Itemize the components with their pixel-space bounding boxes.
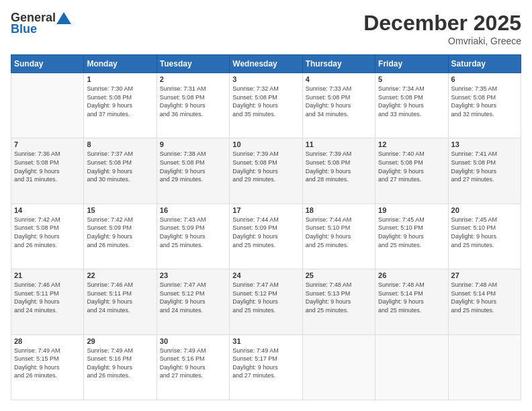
calendar-cell: 15Sunrise: 7:42 AM Sunset: 5:09 PM Dayli… [84, 203, 157, 269]
day-number: 30 [160, 337, 226, 345]
calendar-cell: 30Sunrise: 7:49 AM Sunset: 5:16 PM Dayli… [157, 334, 229, 400]
day-number: 19 [378, 206, 445, 214]
day-number: 24 [232, 271, 299, 279]
day-number: 9 [160, 140, 226, 148]
day-info: Sunrise: 7:44 AM Sunset: 5:09 PM Dayligh… [232, 216, 299, 249]
calendar-cell: 17Sunrise: 7:44 AM Sunset: 5:09 PM Dayli… [230, 203, 302, 269]
day-info: Sunrise: 7:34 AM Sunset: 5:08 PM Dayligh… [378, 85, 445, 118]
day-number: 20 [451, 206, 518, 214]
day-number: 11 [306, 140, 372, 148]
day-number: 14 [14, 206, 81, 214]
day-number: 26 [378, 271, 445, 279]
day-info: Sunrise: 7:33 AM Sunset: 5:08 PM Dayligh… [306, 85, 372, 118]
calendar-cell: 29Sunrise: 7:49 AM Sunset: 5:16 PM Dayli… [84, 334, 157, 400]
day-info: Sunrise: 7:35 AM Sunset: 5:08 PM Dayligh… [451, 85, 518, 118]
calendar-week-row: 14Sunrise: 7:42 AM Sunset: 5:08 PM Dayli… [11, 203, 521, 269]
day-number: 23 [160, 271, 226, 279]
day-number: 13 [451, 140, 518, 148]
day-info: Sunrise: 7:49 AM Sunset: 5:16 PM Dayligh… [87, 347, 153, 380]
calendar-cell: 27Sunrise: 7:48 AM Sunset: 5:14 PM Dayli… [448, 269, 521, 334]
day-info: Sunrise: 7:46 AM Sunset: 5:11 PM Dayligh… [87, 281, 153, 314]
day-info: Sunrise: 7:30 AM Sunset: 5:08 PM Dayligh… [87, 85, 153, 118]
calendar-cell: 12Sunrise: 7:40 AM Sunset: 5:08 PM Dayli… [375, 138, 448, 203]
day-info: Sunrise: 7:42 AM Sunset: 5:09 PM Dayligh… [87, 216, 153, 249]
day-number: 8 [87, 140, 153, 148]
day-number: 28 [14, 337, 81, 345]
calendar-cell: 6Sunrise: 7:35 AM Sunset: 5:08 PM Daylig… [448, 73, 521, 138]
calendar-cell: 26Sunrise: 7:48 AM Sunset: 5:14 PM Dayli… [375, 269, 448, 334]
calendar-cell: 9Sunrise: 7:38 AM Sunset: 5:08 PM Daylig… [157, 138, 229, 203]
day-info: Sunrise: 7:37 AM Sunset: 5:08 PM Dayligh… [87, 150, 153, 183]
calendar-week-row: 7Sunrise: 7:36 AM Sunset: 5:08 PM Daylig… [11, 138, 521, 203]
day-info: Sunrise: 7:49 AM Sunset: 5:17 PM Dayligh… [232, 347, 299, 380]
calendar-day-header: Wednesday [230, 55, 302, 73]
day-info: Sunrise: 7:42 AM Sunset: 5:08 PM Dayligh… [14, 216, 81, 249]
day-number: 15 [87, 206, 153, 214]
day-info: Sunrise: 7:31 AM Sunset: 5:08 PM Dayligh… [160, 85, 226, 118]
day-number: 17 [232, 206, 299, 214]
calendar-cell: 18Sunrise: 7:44 AM Sunset: 5:10 PM Dayli… [302, 203, 375, 269]
day-info: Sunrise: 7:39 AM Sunset: 5:08 PM Dayligh… [306, 150, 372, 183]
day-info: Sunrise: 7:48 AM Sunset: 5:14 PM Dayligh… [378, 281, 445, 314]
calendar-day-header: Sunday [11, 55, 84, 73]
day-number: 27 [451, 271, 518, 279]
day-info: Sunrise: 7:48 AM Sunset: 5:13 PM Dayligh… [306, 281, 372, 314]
calendar-header-row: SundayMondayTuesdayWednesdayThursdayFrid… [11, 55, 521, 73]
day-info: Sunrise: 7:48 AM Sunset: 5:14 PM Dayligh… [451, 281, 518, 314]
calendar-cell: 19Sunrise: 7:45 AM Sunset: 5:10 PM Dayli… [375, 203, 448, 269]
calendar-cell: 20Sunrise: 7:45 AM Sunset: 5:10 PM Dayli… [448, 203, 521, 269]
calendar-cell: 10Sunrise: 7:39 AM Sunset: 5:08 PM Dayli… [230, 138, 302, 203]
calendar-table: SundayMondayTuesdayWednesdayThursdayFrid… [11, 54, 521, 400]
page: General Blue December 2025 Omvriaki, Gre… [0, 0, 532, 411]
svg-marker-0 [56, 12, 71, 24]
day-number: 5 [378, 75, 445, 83]
day-info: Sunrise: 7:41 AM Sunset: 5:08 PM Dayligh… [451, 150, 518, 183]
calendar-cell: 5Sunrise: 7:34 AM Sunset: 5:08 PM Daylig… [375, 73, 448, 138]
calendar-cell [448, 334, 521, 400]
logo-blue: Blue [11, 22, 37, 36]
calendar-cell: 14Sunrise: 7:42 AM Sunset: 5:08 PM Dayli… [11, 203, 84, 269]
day-info: Sunrise: 7:43 AM Sunset: 5:09 PM Dayligh… [160, 216, 226, 249]
day-number: 29 [87, 337, 153, 345]
calendar-cell: 21Sunrise: 7:46 AM Sunset: 5:11 PM Dayli… [11, 269, 84, 334]
day-number: 25 [306, 271, 372, 279]
calendar-cell: 8Sunrise: 7:37 AM Sunset: 5:08 PM Daylig… [84, 138, 157, 203]
day-info: Sunrise: 7:45 AM Sunset: 5:10 PM Dayligh… [451, 216, 518, 249]
day-info: Sunrise: 7:46 AM Sunset: 5:11 PM Dayligh… [14, 281, 81, 314]
day-number: 10 [232, 140, 299, 148]
day-number: 3 [232, 75, 299, 83]
calendar-week-row: 1Sunrise: 7:30 AM Sunset: 5:08 PM Daylig… [11, 73, 521, 138]
month-title: December 2025 [363, 11, 521, 36]
calendar-day-header: Saturday [448, 55, 521, 73]
day-info: Sunrise: 7:49 AM Sunset: 5:15 PM Dayligh… [14, 347, 81, 380]
header: General Blue December 2025 Omvriaki, Gre… [11, 11, 521, 46]
day-info: Sunrise: 7:44 AM Sunset: 5:10 PM Dayligh… [306, 216, 372, 249]
day-number: 7 [14, 140, 81, 148]
logo: General Blue [11, 11, 72, 36]
day-info: Sunrise: 7:40 AM Sunset: 5:08 PM Dayligh… [378, 150, 445, 183]
calendar-cell: 13Sunrise: 7:41 AM Sunset: 5:08 PM Dayli… [448, 138, 521, 203]
calendar-week-row: 21Sunrise: 7:46 AM Sunset: 5:11 PM Dayli… [11, 269, 521, 334]
calendar-day-header: Tuesday [157, 55, 229, 73]
day-number: 16 [160, 206, 226, 214]
calendar-week-row: 28Sunrise: 7:49 AM Sunset: 5:15 PM Dayli… [11, 334, 521, 400]
calendar-cell: 3Sunrise: 7:32 AM Sunset: 5:08 PM Daylig… [230, 73, 302, 138]
day-info: Sunrise: 7:47 AM Sunset: 5:12 PM Dayligh… [232, 281, 299, 314]
calendar-day-header: Monday [84, 55, 157, 73]
day-number: 18 [306, 206, 372, 214]
day-info: Sunrise: 7:47 AM Sunset: 5:12 PM Dayligh… [160, 281, 226, 314]
logo-icon [56, 12, 71, 24]
calendar-cell: 24Sunrise: 7:47 AM Sunset: 5:12 PM Dayli… [230, 269, 302, 334]
day-number: 22 [87, 271, 153, 279]
day-info: Sunrise: 7:39 AM Sunset: 5:08 PM Dayligh… [232, 150, 299, 183]
calendar-cell: 23Sunrise: 7:47 AM Sunset: 5:12 PM Dayli… [157, 269, 229, 334]
calendar-cell: 31Sunrise: 7:49 AM Sunset: 5:17 PM Dayli… [230, 334, 302, 400]
day-info: Sunrise: 7:49 AM Sunset: 5:16 PM Dayligh… [160, 347, 226, 380]
calendar-cell [11, 73, 84, 138]
calendar-cell: 25Sunrise: 7:48 AM Sunset: 5:13 PM Dayli… [302, 269, 375, 334]
title-section: December 2025 Omvriaki, Greece [363, 11, 521, 46]
day-info: Sunrise: 7:36 AM Sunset: 5:08 PM Dayligh… [14, 150, 81, 183]
calendar-cell: 4Sunrise: 7:33 AM Sunset: 5:08 PM Daylig… [302, 73, 375, 138]
day-info: Sunrise: 7:38 AM Sunset: 5:08 PM Dayligh… [160, 150, 226, 183]
location: Omvriaki, Greece [363, 36, 521, 46]
